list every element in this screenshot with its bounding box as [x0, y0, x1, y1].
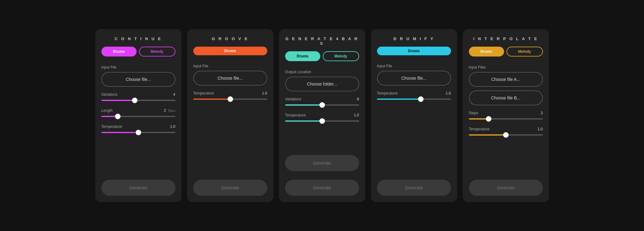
output-location-label-generate4bars: Output Location — [285, 70, 359, 74]
variations-value-continue: 4 — [173, 92, 175, 97]
temperature-row-generate4bars: Temperature 1.0 — [285, 113, 359, 117]
length-row-continue: Length 2 Bars — [101, 108, 175, 113]
variations-slider-generate4bars[interactable] — [285, 104, 359, 106]
choose-file-groove[interactable]: Choose file... — [193, 71, 267, 86]
choose-folder-generate4bars[interactable]: Choose folder... — [285, 77, 359, 91]
tab-drums-generate4bars[interactable]: Drums — [285, 51, 320, 61]
panel-title-groove: G R O O V E — [193, 36, 267, 41]
variations-label-generate4bars: Variations — [285, 97, 301, 101]
panel-groove: G R O O V E Drums Input File Choose file… — [187, 29, 273, 202]
temperature-label-groove: Temperature — [193, 91, 214, 95]
variations-row-generate4bars: Variations 8 — [285, 97, 359, 101]
temperature-slider-interpolate[interactable] — [469, 134, 543, 136]
length-slider-continue[interactable] — [101, 116, 175, 117]
tab-drums-drumify[interactable]: Drums — [377, 47, 451, 55]
steps-row-interpolate: Steps 3 — [469, 111, 543, 115]
generate-btn-interpolate[interactable]: Generate — [469, 180, 543, 196]
choose-file-continue[interactable]: Choose file... — [101, 72, 175, 87]
panel-bottom-groove: Generate — [193, 180, 267, 196]
panels-container: C O N T I N U E Drums Melody Input File … — [95, 29, 549, 202]
panel-bottom-generate4bars: Generate — [285, 180, 359, 196]
temperature-label-drumify: Temperature — [377, 91, 398, 95]
choose-file-a-interpolate[interactable]: Choose file A... — [469, 72, 543, 87]
tab-drums-interpolate[interactable]: Drums — [469, 47, 504, 57]
temperature-slider-generate4bars[interactable] — [285, 120, 359, 122]
temperature-label-generate4bars: Temperature — [285, 113, 306, 117]
generate-btn-generate4bars[interactable]: Generate — [285, 180, 359, 196]
tab-row-groove: Drums — [193, 47, 267, 55]
choose-file-drumify[interactable]: Choose file... — [377, 71, 451, 86]
variations-slider-continue[interactable] — [101, 100, 175, 101]
input-file-label-groove: Input File — [193, 64, 267, 68]
tab-melody-interpolate[interactable]: Melody — [507, 47, 543, 57]
tab-row-continue: Drums Melody — [101, 47, 175, 57]
tab-melody-generate4bars[interactable]: Melody — [323, 51, 359, 61]
temperature-slider-drumify[interactable] — [377, 99, 451, 100]
tab-melody-continue[interactable]: Melody — [139, 47, 175, 57]
temperature-value-drumify: 1.0 — [446, 91, 451, 95]
temperature-slider-wrap-groove — [193, 96, 267, 102]
variations-value-generate4bars: 8 — [357, 97, 359, 101]
generate-btn-generate4bars-top[interactable]: Generate — [285, 155, 359, 171]
temperature-label-continue: Temperature — [101, 124, 122, 129]
variations-row-continue: Variations 4 — [101, 92, 175, 97]
panel-title-drumify: D R U M I F Y — [377, 36, 451, 41]
panel-title-generate4bars: G E N E R A T E 4 B A R S — [285, 36, 359, 46]
panel-bottom-drumify: Generate — [377, 180, 451, 196]
panel-bottom-continue: Generate — [101, 180, 175, 196]
length-label-continue: Length — [101, 108, 113, 113]
length-units-continue: Bars — [168, 109, 175, 112]
temperature-value-continue: 1.0 — [170, 124, 175, 129]
temperature-row-drumify: Temperature 1.0 — [377, 91, 451, 95]
temperature-slider-wrap-generate4bars — [285, 118, 359, 124]
generate-btn-continue[interactable]: Generate — [101, 180, 175, 196]
generate-top-gap: Generate — [285, 155, 359, 171]
panel-bottom-interpolate: Generate — [469, 180, 543, 196]
temperature-row-groove: Temperature 1.0 — [193, 91, 267, 95]
variations-slider-wrap-continue — [101, 97, 175, 103]
generate-btn-groove[interactable]: Generate — [193, 180, 267, 196]
input-file-label-continue: Input File — [101, 65, 175, 69]
variations-label-continue: Variations — [101, 92, 117, 97]
variations-slider-wrap-generate4bars — [285, 102, 359, 108]
panel-interpolate: I N T E R P O L A T E Drums Melody Input… — [463, 29, 549, 202]
temperature-value-groove: 1.0 — [262, 91, 267, 95]
temperature-value-generate4bars: 1.0 — [354, 113, 359, 117]
temperature-slider-wrap-continue — [101, 129, 175, 136]
input-files-label-interpolate: Input Files — [469, 65, 543, 69]
steps-slider-interpolate[interactable] — [469, 118, 543, 120]
panel-continue: C O N T I N U E Drums Melody Input File … — [95, 29, 182, 202]
panel-title-interpolate: I N T E R P O L A T E — [469, 36, 543, 41]
temperature-slider-wrap-interpolate — [469, 132, 543, 138]
steps-value-interpolate: 3 — [541, 111, 543, 115]
length-slider-wrap-continue — [101, 113, 175, 120]
steps-label-interpolate: Steps — [469, 111, 478, 115]
input-file-label-drumify: Input File — [377, 64, 451, 68]
temperature-slider-wrap-drumify — [377, 96, 451, 102]
panel-generate4bars: G E N E R A T E 4 B A R S Drums Melody O… — [279, 29, 365, 202]
temperature-slider-continue[interactable] — [101, 132, 175, 133]
tab-row-drumify: Drums — [377, 47, 451, 55]
tab-drums-continue[interactable]: Drums — [101, 47, 137, 57]
temperature-value-interpolate: 1.0 — [538, 127, 543, 131]
choose-file-b-interpolate[interactable]: Choose file B... — [469, 90, 543, 105]
generate-btn-drumify[interactable]: Generate — [377, 180, 451, 196]
tab-row-interpolate: Drums Melody — [469, 47, 543, 57]
steps-slider-wrap-interpolate — [469, 116, 543, 122]
temperature-row-continue: Temperature 1.0 — [101, 124, 175, 129]
length-value-continue: 2 Bars — [164, 108, 175, 113]
tab-drums-groove[interactable]: Drums — [193, 47, 267, 55]
temperature-label-interpolate: Temperature — [469, 127, 490, 131]
temperature-row-interpolate: Temperature 1.0 — [469, 127, 543, 131]
tab-row-generate4bars: Drums Melody — [285, 51, 359, 61]
temperature-slider-groove[interactable] — [193, 99, 267, 100]
panel-drumify: D R U M I F Y Drums Input File Choose fi… — [371, 29, 457, 202]
panel-title-continue: C O N T I N U E — [101, 36, 175, 41]
